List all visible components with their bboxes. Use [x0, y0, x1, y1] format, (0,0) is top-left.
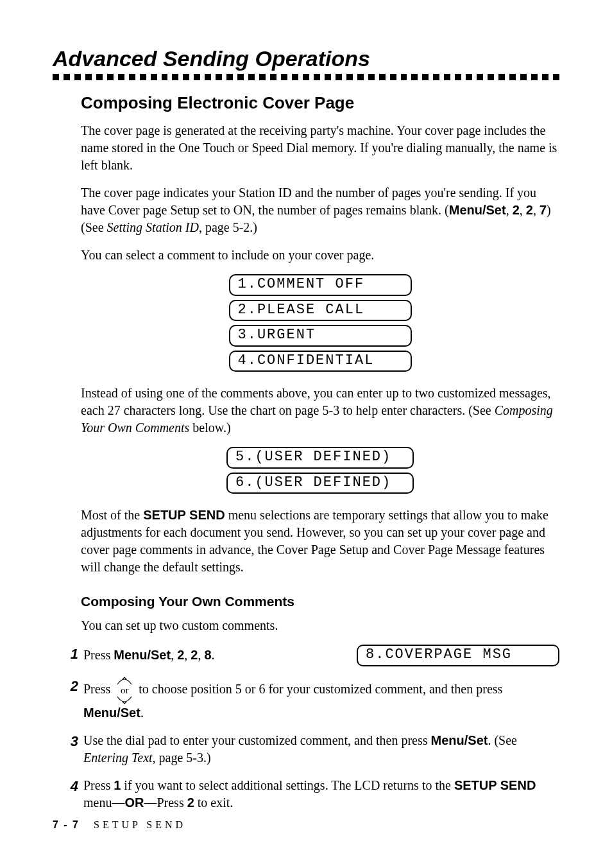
step-number: 3 [63, 732, 81, 751]
section-heading: Composing Electronic Cover Page [81, 93, 559, 113]
lcd-display: 3.URGENT [229, 325, 412, 347]
page-title: Advanced Sending Operations [53, 46, 559, 71]
step-list: 1 Press Menu/Set, 2, 2, 8. 8.COVERPAGE M… [63, 645, 559, 812]
paragraph: Most of the SETUP SEND menu selections a… [81, 507, 559, 576]
subsection-heading: Composing Your Own Comments [81, 594, 559, 609]
step-number: 4 [63, 777, 81, 796]
lcd-display: 2.PLEASE CALL [229, 300, 412, 322]
lcd-display: 4.CONFIDENTIAL [229, 351, 412, 372]
step-number: 2 [63, 677, 81, 696]
section-name: SETUP SEND [94, 819, 186, 830]
paragraph: The cover page is generated at the recei… [81, 122, 559, 174]
list-item: 3 Use the dial pad to enter your customi… [63, 732, 559, 767]
paragraph: You can select a comment to include on y… [81, 247, 559, 264]
list-item: 1 Press Menu/Set, 2, 2, 8. 8.COVERPAGE M… [63, 645, 559, 666]
lcd-list: 5.(USER DEFINED) 6.(USER DEFINED) [81, 447, 559, 494]
paragraph: Instead of using one of the comments abo… [81, 385, 559, 437]
list-item: 2 Press or to choose position 5 or 6 for… [63, 677, 559, 722]
lcd-display: 1.COMMENT OFF [229, 274, 412, 296]
step-number: 1 [63, 645, 81, 664]
lcd-display: 5.(USER DEFINED) [226, 447, 414, 469]
page-number: 7 - 7 [53, 819, 80, 830]
paragraph: The cover page indicates your Station ID… [81, 184, 559, 236]
lcd-list: 1.COMMENT OFF 2.PLEASE CALL 3.URGENT 4.C… [81, 274, 559, 372]
list-item: 4 Press 1 if you want to select addition… [63, 777, 559, 812]
footer: 7 - 7 SETUP SEND [53, 819, 186, 831]
up-down-icon: or [116, 677, 133, 704]
title-divider [53, 74, 559, 80]
lcd-display: 6.(USER DEFINED) [226, 473, 414, 494]
lcd-display: 8.COVERPAGE MSG [357, 645, 559, 666]
paragraph: You can set up two custom comments. [81, 617, 559, 634]
